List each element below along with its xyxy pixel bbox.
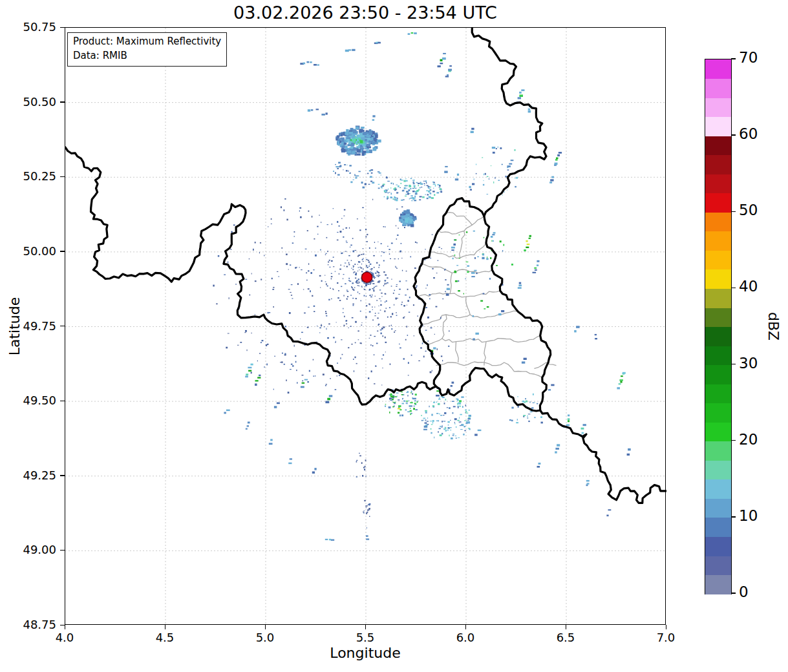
x-tick-label: 7.0 [646,631,685,644]
y-tick-mark [60,326,65,326]
colorbar-tick-label: 70 [739,49,758,66]
colorbar-band [705,556,731,575]
colorbar-tick-mark [731,134,736,135]
y-tick-label: 50.00 [10,244,56,258]
colorbar-band [705,327,731,346]
colorbar-band [705,308,731,327]
colorbar-tick-label: 50 [739,202,758,218]
x-tick-label: 4.0 [45,631,84,644]
colorbar-band [705,384,731,403]
x-tick-mark [465,625,466,629]
x-tick-mark [265,625,266,629]
y-tick-label: 49.25 [10,468,56,482]
y-tick-mark [60,625,65,625]
y-tick-label: 50.25 [10,169,56,183]
colorbar-band [705,117,731,136]
colorbar-band [705,59,731,79]
colorbar-band [705,574,731,594]
colorbar-band [705,422,731,441]
colorbar-band [705,174,731,193]
x-tick-label: 4.5 [145,631,184,644]
colorbar-band [705,136,731,155]
map-plot-area [65,27,666,625]
colorbar-band [705,460,731,479]
y-tick-label: 50.75 [10,20,56,34]
y-tick-label: 49.00 [10,543,56,556]
product-info-box: Product: Maximum Reflectivity Data: RMIB [67,32,227,67]
y-tick-mark [60,27,65,28]
x-tick-label: 5.0 [246,631,284,644]
colorbar-band [705,479,731,499]
radar-site-marker [362,272,372,282]
colorbar-tick-mark [731,58,736,59]
colorbar-tick-mark [731,288,736,288]
radar-map-svg [65,28,666,625]
colorbar-band [705,498,731,518]
x-tick-label: 6.0 [446,631,485,644]
colorbar-band [705,536,731,556]
x-tick-mark [65,625,65,629]
product-line: Product: Maximum Reflectivity [73,35,221,49]
colorbar-tick-mark [731,516,736,517]
colorbar-tick-mark [731,364,736,364]
y-tick-mark [60,251,65,251]
y-tick-label: 49.75 [10,319,56,333]
colorbar-tick-label: 20 [739,431,758,448]
colorbar-band [705,269,731,289]
colorbar-tick-mark [731,593,736,593]
colorbar-tick-label: 60 [739,125,758,142]
radar-echoes [213,32,630,541]
figure-title: 03.02.2026 23:50 - 23:54 UTC [65,3,666,23]
colorbar-band [705,212,731,231]
y-tick-label: 50.50 [10,95,56,109]
y-tick-mark [60,475,65,476]
colorbar-tick-label: 40 [739,278,758,295]
colorbar-tick-mark [731,440,736,441]
x-tick-mark [566,625,566,629]
colorbar-band [705,365,731,384]
colorbar-band [705,79,731,98]
x-tick-mark [365,625,366,629]
x-tick-label: 5.5 [346,631,385,644]
data-source-line: Data: RMIB [73,49,221,63]
colorbar-tick-mark [731,211,736,212]
y-tick-label: 48.75 [10,618,56,631]
colorbar-label: dBZ [765,312,782,341]
colorbar-band [705,403,731,423]
colorbar-band [705,441,731,461]
colorbar-tick-label: 30 [739,355,758,372]
y-tick-mark [60,401,65,401]
colorbar-tick-label: 0 [739,583,749,600]
colorbar-band [705,193,731,213]
colorbar-tick-label: 10 [739,507,758,524]
y-tick-label: 49.50 [10,394,56,407]
y-tick-mark [60,101,65,102]
x-axis-label: Longitude [65,645,666,661]
colorbar-band [705,98,731,117]
x-tick-mark [666,625,666,629]
colorbar-band [705,346,731,365]
y-tick-mark [60,176,65,177]
colorbar-band [705,231,731,251]
y-tick-mark [60,550,65,551]
colorbar-band [705,250,731,269]
colorbar-band [705,518,731,537]
colorbar-band [705,288,731,308]
x-tick-mark [165,625,165,629]
x-tick-label: 6.5 [546,631,585,644]
colorbar-band [705,155,731,174]
radar-figure: 03.02.2026 23:50 - 23:54 UTC Product: Ma… [0,0,788,672]
reflectivity-colorbar [705,59,732,594]
